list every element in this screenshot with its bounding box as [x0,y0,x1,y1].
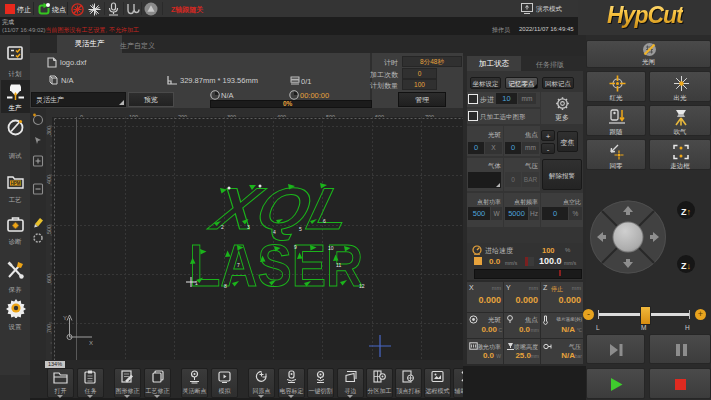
svg-text:12: 12 [359,283,365,289]
svg-text:X: X [89,340,93,346]
svg-text:2: 2 [221,224,224,230]
svg-text:7: 7 [237,262,240,268]
svg-text:3: 3 [247,224,250,230]
svg-text:HPM: HPM [11,181,21,186]
svg-text:5: 5 [299,226,302,232]
svg-text:10: 10 [328,245,334,251]
svg-text:XQL: XQL [204,176,358,242]
svg-text:Y: Y [63,315,67,321]
svg-text:11: 11 [336,262,341,268]
svg-text:9: 9 [294,244,297,250]
svg-text:1: 1 [195,280,198,286]
svg-text:8: 8 [224,283,227,289]
svg-text:4: 4 [273,229,276,235]
svg-text:6: 6 [323,218,326,224]
